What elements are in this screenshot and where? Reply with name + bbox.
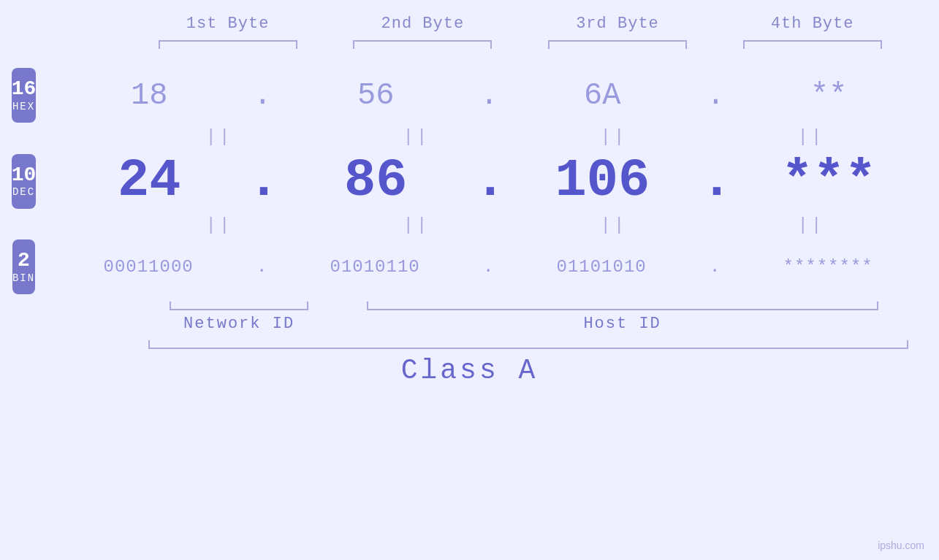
byte1-header: 1st Byte	[130, 15, 325, 33]
equals-row-1: || || || ||	[29, 127, 910, 147]
network-host-labels-row: Network ID Host ID	[29, 315, 910, 333]
bracket-top-2	[353, 40, 492, 49]
eq2-b2: ||	[318, 215, 515, 235]
hex-value-4: **	[759, 78, 898, 113]
equals-cells-1: || || || ||	[121, 127, 910, 147]
bin-cell-4: ********	[729, 257, 927, 277]
dec-cell-4: ***	[730, 151, 927, 211]
dec-dot-2: .	[474, 151, 503, 211]
bin-dot-3: .	[700, 257, 729, 277]
bin-cell-2: 01010110	[276, 257, 474, 277]
class-label: Class A	[401, 355, 539, 386]
hex-value-3: 6A	[533, 78, 672, 113]
hex-value-2: 56	[306, 78, 445, 113]
hex-badge-label: HEX	[12, 101, 35, 112]
dec-row: 10 DEC 24 . 86 . 106 . ***	[29, 151, 910, 211]
eq2-b4: ||	[712, 215, 910, 235]
dec-cells: 24 . 86 . 106 . ***	[50, 151, 927, 211]
bracket-top-4	[743, 40, 882, 49]
dec-badge: 10 DEC	[12, 154, 37, 209]
network-id-label: Network ID	[143, 315, 335, 333]
eq1-b3: ||	[515, 127, 712, 147]
dec-value-1: 24	[80, 151, 218, 211]
bottom-brackets-row	[29, 302, 910, 310]
eq1-b1: ||	[121, 127, 318, 147]
byte3-header: 3rd Byte	[520, 15, 715, 33]
bin-badge-label: BIN	[12, 272, 35, 284]
bin-row: 2 BIN 00011000 . 01010110 . 01101010 . *…	[29, 239, 910, 294]
bin-value-4: ********	[759, 257, 897, 277]
bottom-bracket-net	[143, 302, 335, 310]
watermark: ipshu.com	[878, 540, 924, 551]
hex-badge-number: 16	[12, 78, 37, 101]
bin-cell-3: 01101010	[503, 257, 700, 277]
dec-badge-number: 10	[12, 164, 37, 187]
bracket-bottom-net	[170, 302, 308, 310]
bin-dot-2: .	[474, 257, 503, 277]
hex-value-1: 18	[80, 78, 218, 113]
bracket-bottom-host	[367, 302, 878, 310]
bottom-bracket-host	[335, 302, 910, 310]
dec-cell-2: 86	[277, 151, 474, 211]
hex-cells: 18 . 56 . 6A . **	[50, 78, 927, 113]
dec-value-2: 86	[306, 151, 445, 211]
dec-cell-1: 24	[50, 151, 248, 211]
bin-badge: 2 BIN	[12, 239, 35, 294]
class-bracket-row	[29, 340, 910, 349]
hex-cell-2: 56	[277, 78, 474, 113]
bin-value-2: 01010110	[305, 257, 444, 277]
hex-dot-2: .	[474, 78, 503, 113]
hex-cell-3: 6A	[503, 78, 701, 113]
dec-badge-label: DEC	[12, 186, 35, 198]
top-bracket-1	[130, 40, 325, 49]
class-bracket-line	[148, 340, 908, 349]
host-id-label: Host ID	[335, 315, 910, 333]
dec-dot-3: .	[701, 151, 730, 211]
hex-dot-1: .	[248, 78, 277, 113]
class-label-row: Class A	[29, 355, 910, 386]
hex-cell-1: 18	[50, 78, 248, 113]
main-container: 1st Byte 2nd Byte 3rd Byte 4th Byte 16 H…	[0, 0, 939, 560]
bin-value-1: 00011000	[79, 257, 218, 277]
eq1-b2: ||	[318, 127, 515, 147]
bracket-top-1	[159, 40, 297, 49]
bracket-top-3	[548, 40, 687, 49]
dec-value-4: ***	[759, 151, 898, 211]
hex-dot-3: .	[701, 78, 730, 113]
top-bracket-2	[325, 40, 520, 49]
dec-cell-3: 106	[503, 151, 701, 211]
byte2-header: 2nd Byte	[325, 15, 520, 33]
hex-cell-4: **	[730, 78, 927, 113]
top-bracket-4	[715, 40, 910, 49]
eq1-b4: ||	[712, 127, 910, 147]
equals-row-2: || || || ||	[29, 215, 910, 235]
bin-badge-number: 2	[18, 250, 30, 272]
top-brackets-row	[29, 40, 910, 49]
dec-dot-1: .	[248, 151, 277, 211]
bin-cell-1: 00011000	[50, 257, 247, 277]
top-bracket-3	[520, 40, 715, 49]
bin-dot-1: .	[247, 257, 276, 277]
bin-cells: 00011000 . 01010110 . 01101010 . *******…	[50, 257, 927, 277]
byte-headers-row: 1st Byte 2nd Byte 3rd Byte 4th Byte	[29, 15, 910, 33]
bin-value-3: 01101010	[532, 257, 671, 277]
equals-cells-2: || || || ||	[121, 215, 910, 235]
eq2-b3: ||	[515, 215, 712, 235]
dec-value-3: 106	[533, 151, 672, 211]
eq2-b1: ||	[121, 215, 318, 235]
hex-badge: 16 HEX	[12, 68, 37, 123]
hex-row: 16 HEX 18 . 56 . 6A . **	[29, 68, 910, 123]
byte4-header: 4th Byte	[715, 15, 910, 33]
